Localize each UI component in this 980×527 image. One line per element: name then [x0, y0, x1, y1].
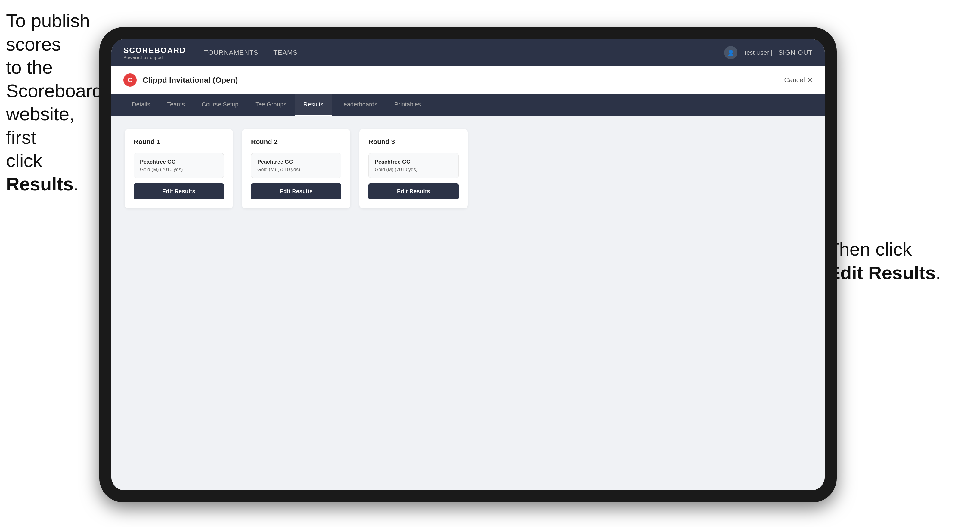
- round-2-course-card: Peachtree GC Gold (M) (7010 yds): [251, 153, 341, 178]
- tab-results[interactable]: Results: [295, 94, 332, 116]
- tab-leaderboards[interactable]: Leaderboards: [332, 94, 385, 116]
- round-3-course-name: Peachtree GC: [375, 159, 452, 165]
- logo-subtitle: Powered by clippd: [123, 55, 186, 60]
- instruction-right: Then click Edit Results.: [828, 238, 941, 284]
- instruction-left: To publish scores to the Scoreboard webs…: [6, 9, 93, 195]
- top-nav: SCOREBOARD Powered by clippd TOURNAMENTS…: [111, 39, 825, 66]
- instruction-right-line-2: Edit Results: [828, 262, 935, 283]
- instruction-line-1: To publish scores: [6, 10, 90, 54]
- user-name: Test User |: [743, 49, 772, 56]
- tab-details[interactable]: Details: [123, 94, 159, 116]
- rounds-grid: Round 1 Peachtree GC Gold (M) (7010 yds)…: [125, 129, 811, 208]
- round-1-course-card: Peachtree GC Gold (M) (7010 yds): [134, 153, 224, 178]
- instruction-line-3: website, first: [6, 103, 74, 148]
- round-3-edit-results-button[interactable]: Edit Results: [368, 184, 459, 199]
- cancel-button[interactable]: Cancel ✕: [784, 76, 813, 84]
- logo-text: SCOREBOARD: [123, 46, 186, 55]
- round-1-course-name: Peachtree GC: [140, 159, 218, 165]
- tab-teams[interactable]: Teams: [159, 94, 193, 116]
- main-content: Round 1 Peachtree GC Gold (M) (7010 yds)…: [111, 116, 825, 490]
- round-1-title: Round 1: [134, 138, 224, 146]
- tab-course-setup[interactable]: Course Setup: [193, 94, 247, 116]
- round-3-course-details: Gold (M) (7010 yds): [375, 167, 452, 172]
- close-icon: ✕: [807, 76, 813, 84]
- round-1-card: Round 1 Peachtree GC Gold (M) (7010 yds)…: [125, 129, 233, 208]
- tournament-icon: C: [123, 73, 137, 87]
- tab-printables[interactable]: Printables: [386, 94, 430, 116]
- user-avatar: 👤: [724, 46, 737, 59]
- instruction-line-2: to the Scoreboard: [6, 57, 103, 101]
- round-2-title: Round 2: [251, 138, 341, 146]
- nav-teams[interactable]: TEAMS: [273, 49, 298, 57]
- tablet-screen: SCOREBOARD Powered by clippd TOURNAMENTS…: [111, 39, 825, 490]
- tournament-header: C Clippd Invitational (Open) Cancel ✕: [111, 66, 825, 94]
- tablet-device: SCOREBOARD Powered by clippd TOURNAMENTS…: [99, 27, 837, 502]
- nav-right: 👤 Test User | Sign out: [724, 46, 813, 59]
- round-1-course-details: Gold (M) (7010 yds): [140, 167, 218, 172]
- round-2-edit-results-button[interactable]: Edit Results: [251, 184, 341, 199]
- tournament-title-row: C Clippd Invitational (Open): [123, 73, 238, 87]
- round-3-course-card: Peachtree GC Gold (M) (7010 yds): [368, 153, 459, 178]
- nav-links: TOURNAMENTS TEAMS: [204, 49, 724, 57]
- round-3-title: Round 3: [368, 138, 459, 146]
- tab-tee-groups[interactable]: Tee Groups: [247, 94, 295, 116]
- round-2-course-details: Gold (M) (7010 yds): [257, 167, 335, 172]
- sign-out-link[interactable]: Sign out: [778, 49, 813, 57]
- instruction-line-4: click Results.: [6, 150, 78, 194]
- round-3-card: Round 3 Peachtree GC Gold (M) (7010 yds)…: [360, 129, 468, 208]
- tab-nav: Details Teams Course Setup Tee Groups Re…: [111, 94, 825, 116]
- tournament-name: Clippd Invitational (Open): [143, 76, 238, 85]
- round-2-card: Round 2 Peachtree GC Gold (M) (7010 yds)…: [242, 129, 350, 208]
- round-1-edit-results-button[interactable]: Edit Results: [134, 184, 224, 199]
- round-2-course-name: Peachtree GC: [257, 159, 335, 165]
- scoreboard-logo: SCOREBOARD Powered by clippd: [123, 46, 186, 60]
- nav-tournaments[interactable]: TOURNAMENTS: [204, 49, 259, 57]
- instruction-right-line-1: Then click: [828, 239, 912, 260]
